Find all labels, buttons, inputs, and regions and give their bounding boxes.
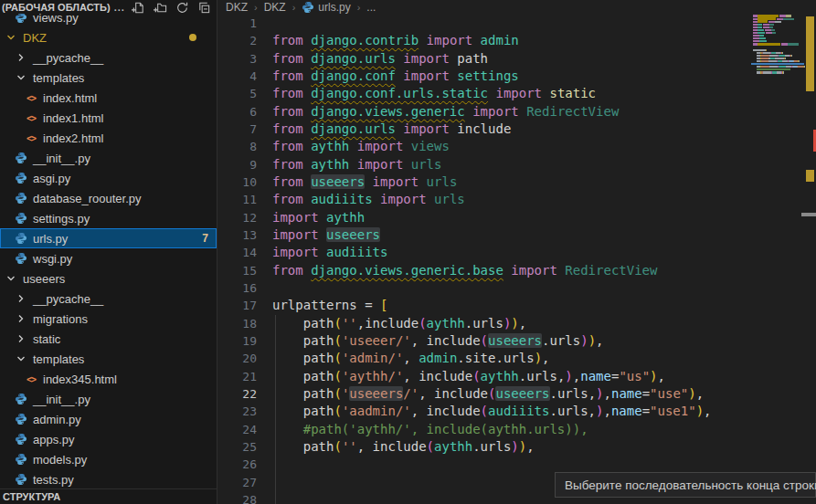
new-folder-icon[interactable] xyxy=(154,1,167,15)
line-number: 18 xyxy=(218,315,257,332)
ruler-mark xyxy=(806,170,814,182)
breadcrumb-separator: › xyxy=(292,2,296,13)
breadcrumb-item[interactable]: urls.py xyxy=(302,1,350,14)
tree-item-apps-py[interactable]: apps.py xyxy=(0,429,217,449)
tree-item-label: index2.html xyxy=(43,131,103,145)
tree-item-label: index1.html xyxy=(43,111,103,125)
py-icon xyxy=(14,393,28,405)
tree-item-admin-py[interactable]: admin.py xyxy=(0,409,217,429)
code-text: urlpatterns = [ xyxy=(272,297,387,314)
tree-item-label: migrations xyxy=(33,312,88,326)
tree-item-index-html[interactable]: <>index.html xyxy=(0,88,217,108)
tree-item-static[interactable]: static xyxy=(0,329,217,349)
code-text: from django.contrib import admin xyxy=(272,32,519,49)
html-icon: <> xyxy=(24,93,38,103)
code-line-18[interactable]: 18 path('',include(aythh.urls)), xyxy=(218,315,816,332)
code-line-19[interactable]: 19 path('useeer/', include(useeers.urls)… xyxy=(218,332,816,350)
line-number: 13 xyxy=(218,226,257,244)
minimap-line xyxy=(765,29,771,31)
minimap-line xyxy=(757,68,790,70)
tree-item-asgi-py[interactable]: asgi.py xyxy=(0,168,217,188)
tree-item--init-py[interactable]: __init__.py xyxy=(0,389,217,409)
tree-item-wsgi-py[interactable]: wsgi.py xyxy=(0,248,217,268)
outline-section-header[interactable]: СТРУКТУРА xyxy=(0,488,217,504)
breadcrumb-item[interactable]: DKZ xyxy=(264,1,286,14)
code-line-2[interactable]: 2from django.contrib import admin xyxy=(218,32,816,49)
code-line-10[interactable]: 10from useeers import urls xyxy=(218,173,816,191)
breadcrumb-label: DKZ xyxy=(264,1,286,14)
tree-item-index1-html[interactable]: <>index1.html xyxy=(0,108,217,128)
code-line-8[interactable]: 8from aythh import views xyxy=(218,138,816,155)
code-text: from audiiits import urls xyxy=(272,191,465,208)
code-line-21[interactable]: 21 path('aythh/', include(aythh.urls,),n… xyxy=(218,368,816,385)
explorer-section-header[interactable]: (РАБОЧАЯ ОБЛАСТЬ) ... xyxy=(0,0,217,14)
tree-item-useeers[interactable]: useeers xyxy=(0,268,217,289)
code-line-17[interactable]: 17urlpatterns = [ xyxy=(218,297,816,314)
tree-item-urls-py[interactable]: urls.py7 xyxy=(0,228,217,248)
code-editor[interactable]: DKZ›DKZ›urls.py›... 12from django.contri… xyxy=(218,0,816,504)
tree-item--pycache-[interactable]: __pycache__ xyxy=(0,289,217,309)
collapse-all-icon[interactable] xyxy=(197,1,211,15)
html-icon: <> xyxy=(24,133,38,143)
code-area[interactable]: 12from django.contrib import admin3from … xyxy=(218,15,816,504)
refresh-icon[interactable] xyxy=(175,1,189,15)
tree-item-dkz[interactable]: DKZ xyxy=(0,27,217,47)
minimap[interactable] xyxy=(751,2,804,102)
new-file-icon[interactable] xyxy=(132,1,145,15)
breadcrumb-item[interactable]: ... xyxy=(366,1,376,14)
line-number: 26 xyxy=(218,456,257,473)
more-actions-button[interactable]: ... xyxy=(114,2,125,13)
tree-item-label: wsgi.py xyxy=(33,252,72,266)
minimap-line xyxy=(791,55,792,57)
problems-count-badge: 7 xyxy=(202,232,208,245)
code-line-9[interactable]: 9from aythh import urls xyxy=(218,156,816,173)
outline-section-label: СТРУКТУРА xyxy=(3,491,60,502)
code-line-6[interactable]: 6from django.views.generic import Redire… xyxy=(218,103,816,121)
line-number: 27 xyxy=(218,474,257,491)
code-line-15[interactable]: 15from django.views.generic.base import … xyxy=(218,262,816,279)
code-line-16[interactable]: 16 xyxy=(218,279,816,297)
tree-item-index345-html[interactable]: <>index345.html xyxy=(0,369,217,389)
breadcrumb-label: urls.py xyxy=(318,1,350,14)
tree-item--pycache-[interactable]: __pycache__ xyxy=(0,47,217,68)
tree-item-label: index345.html xyxy=(43,373,117,386)
code-line-4[interactable]: 4from django.conf import settings xyxy=(218,68,816,85)
tree-item-database-roouter-py[interactable]: database_roouter.py xyxy=(0,188,217,208)
tree-item-index2-html[interactable]: <>index2.html xyxy=(0,128,217,148)
tree-item--init-py[interactable]: __init__.py xyxy=(0,148,217,168)
line-number: 14 xyxy=(218,244,257,261)
code-line-1[interactable]: 1 xyxy=(218,15,816,32)
code-line-12[interactable]: 12import aythh xyxy=(218,209,816,226)
minimap-line xyxy=(775,58,784,59)
code-line-7[interactable]: 7from django.urls import include xyxy=(218,121,816,138)
code-line-5[interactable]: 5from django.conf.urls.static import sta… xyxy=(218,85,816,102)
code-line-11[interactable]: 11from audiiits import urls xyxy=(218,191,816,208)
code-line-22[interactable]: 22 path('useeers/', include(useeers.urls… xyxy=(218,385,816,403)
code-line-3[interactable]: 3from django.urls import path xyxy=(218,50,816,68)
minimap-line xyxy=(758,24,762,26)
code-line-23[interactable]: 23 path('aadmin/', include(audiiits.urls… xyxy=(218,403,816,420)
code-line-14[interactable]: 14import audiiits xyxy=(218,244,816,261)
line-number: 3 xyxy=(218,50,257,68)
code-line-20[interactable]: 20 path('admin/', admin.site.urls), xyxy=(218,350,816,367)
minimap-line xyxy=(761,60,768,62)
tree-item-models-py[interactable]: models.py xyxy=(0,449,217,469)
py-icon xyxy=(14,192,28,205)
tree-item-settings-py[interactable]: settings.py xyxy=(0,208,217,228)
tree-item-tests-py[interactable]: tests.py xyxy=(0,469,217,489)
minimap-line xyxy=(753,49,766,51)
minimap-current-line xyxy=(751,63,804,65)
overview-ruler-scrollbar[interactable] xyxy=(804,0,816,504)
code-text: from django.views.generic import Redirec… xyxy=(272,103,619,121)
tree-item-templates[interactable]: templates xyxy=(0,349,217,369)
tree-item-migrations[interactable]: migrations xyxy=(0,309,217,329)
minimap-line xyxy=(769,55,778,57)
tree-item-templates[interactable]: templates xyxy=(0,68,217,88)
code-line-25[interactable]: 25 path('', include(aythh.urls)), xyxy=(218,438,816,456)
code-line-26[interactable]: 26 xyxy=(218,456,816,473)
tree-item-label: urls.py xyxy=(33,232,68,246)
code-line-13[interactable]: 13import useeers xyxy=(218,226,816,244)
code-line-24[interactable]: 24 #path('aythh/', include(aythh.urls)), xyxy=(218,421,816,438)
breadcrumb-item[interactable]: DKZ xyxy=(226,1,248,14)
py-icon xyxy=(14,252,28,265)
